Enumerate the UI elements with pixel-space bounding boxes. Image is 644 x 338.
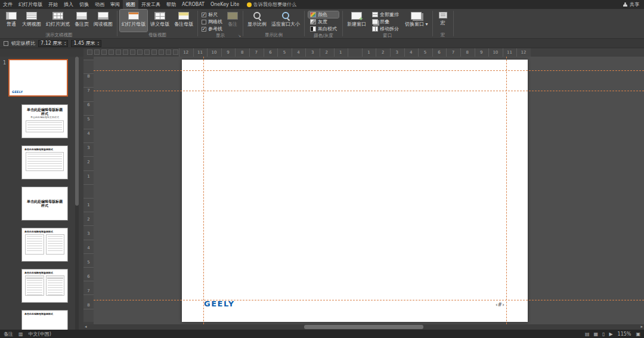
ruler-number: 7 xyxy=(83,83,94,98)
tab-developer[interactable]: 开发工具 xyxy=(138,0,163,9)
scroll-left-arrow[interactable]: ◂ xyxy=(85,324,87,330)
slide-thumbnail-6[interactable]: 单击此处编辑母版标题样式 xyxy=(21,269,68,303)
tab-acrobat[interactable]: ACROBAT xyxy=(179,0,208,9)
tab-view[interactable]: 视图 xyxy=(123,0,138,9)
gridlines-label: 网格线 xyxy=(208,18,222,25)
tell-me-box[interactable]: 告诉我你想要做什么 xyxy=(247,0,296,9)
quick-tool-9-icon[interactable] xyxy=(144,49,150,55)
placeholder-box xyxy=(25,234,44,255)
slide-sorter-button[interactable]: 幻灯片浏览 xyxy=(44,10,72,32)
arrange-all-label: 全部重排 xyxy=(380,11,399,18)
notes-toggle[interactable]: 备注 xyxy=(4,331,13,337)
quick-tool-2-icon[interactable] xyxy=(94,49,100,55)
quick-tool-4-icon[interactable] xyxy=(109,49,114,55)
tab-transitions[interactable]: 切换 xyxy=(76,0,92,9)
quick-tool-8-icon[interactable] xyxy=(137,49,143,55)
cascade-option[interactable]: 层叠 xyxy=(370,18,401,25)
quick-tool-12-icon[interactable] xyxy=(166,49,171,55)
slideshow-view-button[interactable]: ▶ xyxy=(609,331,612,337)
reading-view-button[interactable]: 阅读视图 xyxy=(92,10,114,32)
quick-tool-13-icon[interactable] xyxy=(173,49,178,55)
language-indicator[interactable]: 中文(中国) xyxy=(29,331,51,337)
normal-view-button[interactable]: 普通 xyxy=(4,10,19,32)
grayscale-icon xyxy=(310,19,316,24)
outline-view-button[interactable]: 大纲视图 xyxy=(20,10,43,32)
switch-windows-button[interactable]: 切换窗口 ▾ xyxy=(403,10,430,32)
slide-thumbnail-2[interactable]: 单击此处编辑母版标题样式单击此处编辑母版文本样式 xyxy=(21,104,68,138)
move-split-option[interactable]: 移动拆分 xyxy=(370,26,401,32)
horizontal-scrollbar[interactable]: ◂ ▸ xyxy=(83,324,644,330)
group-divider xyxy=(432,11,433,36)
slide-master-surface[interactable]: GEELY ‹#› xyxy=(182,60,528,322)
scrollbar-thumb[interactable] xyxy=(304,325,423,329)
accessibility-check-icon[interactable]: ▥ xyxy=(18,331,23,337)
tab-review[interactable]: 审阅 xyxy=(107,0,123,9)
normal-view-button[interactable]: ▤ xyxy=(585,331,590,337)
tell-me-label: 告诉我你想要做什么 xyxy=(253,1,296,8)
grayscale-option[interactable]: 灰度 xyxy=(308,18,339,25)
tab-home[interactable]: 开始 xyxy=(45,0,61,9)
black-and-white-option[interactable]: 黑白模式 xyxy=(308,26,339,32)
ruler-number: 6 xyxy=(83,98,94,112)
ruler-number: 3 xyxy=(390,48,404,57)
zoom-level[interactable]: 115% xyxy=(618,331,631,337)
lightbulb-icon xyxy=(247,2,252,7)
tab-animations[interactable]: 动画 xyxy=(92,0,107,9)
notes-button[interactable]: 备注 xyxy=(225,10,240,32)
shape-width-field[interactable]: 1.45 厘米 ▴▾ xyxy=(71,40,101,47)
ruler-number: 5 xyxy=(418,48,432,57)
quick-tool-5-icon[interactable] xyxy=(116,49,121,55)
tab-onekey-lite[interactable]: OneKey Lite xyxy=(208,0,242,9)
slide-sorter-view-button[interactable]: ▦ xyxy=(593,331,598,337)
tab-help[interactable]: 帮助 xyxy=(163,0,179,9)
notes-master-button[interactable]: 备注母版 xyxy=(172,10,195,32)
quick-tool-1-icon[interactable] xyxy=(87,49,92,55)
page-number-placeholder[interactable]: ‹#› xyxy=(496,302,504,308)
ruler-number: 11 xyxy=(503,48,517,57)
fit-slide-to-window-button[interactable]: ▣ xyxy=(636,331,640,337)
quick-tool-7-icon[interactable] xyxy=(130,49,135,55)
quick-tool-10-icon[interactable] xyxy=(151,49,157,55)
quick-tool-11-icon[interactable] xyxy=(159,49,164,55)
slide-thumbnail-3[interactable]: 单击此处编辑母版标题样式 xyxy=(21,145,68,179)
scroll-right-arrow[interactable]: ▸ xyxy=(640,324,643,330)
width-spinner[interactable]: ▴▾ xyxy=(98,41,99,45)
height-spinner[interactable]: ▴▾ xyxy=(64,41,66,45)
slide-master-button[interactable]: 幻灯片母版 xyxy=(120,10,147,32)
scrollbar-thumb[interactable] xyxy=(75,57,79,206)
tab-slide-master[interactable]: 幻灯片母版 xyxy=(16,0,45,9)
macros-button[interactable]: 宏 xyxy=(435,10,451,32)
ruler-number: 1 xyxy=(83,198,94,212)
guides-checkbox[interactable]: ✓参考线 xyxy=(202,26,222,32)
slide-thumbnail-4[interactable]: 单击此处编辑母版标题样式 xyxy=(21,187,68,221)
share-button[interactable]: 共享 xyxy=(623,0,639,9)
ribbon-groups: 普通大纲视图幻灯片浏览备注页阅读视图演示文稿视图幻灯片母版讲义母版备注母版母版视… xyxy=(0,9,644,38)
quick-tool-3-icon[interactable] xyxy=(101,49,107,55)
slide-thumbnail-5[interactable]: 单击此处编辑母版标题样式 xyxy=(21,228,68,262)
gridlines-checkbox[interactable]: 网格线 xyxy=(202,18,222,25)
notes-page-button[interactable]: 备注页 xyxy=(73,10,91,32)
slide-thumbnail-1[interactable]: 1GEELY xyxy=(8,59,68,97)
reading-view-button[interactable]: ▯ xyxy=(602,331,605,337)
geely-logo[interactable]: GEELY xyxy=(204,299,235,308)
switch-windows-label: 切换窗口 ▾ xyxy=(405,21,428,27)
thumbnail-scrollbar[interactable] xyxy=(75,57,79,330)
thumbnail-title: 单击此处编辑母版标题样式 xyxy=(22,105,67,116)
vertical-ruler[interactable]: 8765432112345678 xyxy=(83,57,94,324)
dialog-launcher-icon[interactable]: ↘ xyxy=(238,33,241,38)
zoom-button[interactable]: 显示比例 xyxy=(246,10,268,32)
quick-tool-6-icon[interactable] xyxy=(123,49,128,55)
color-option[interactable]: 颜色 xyxy=(308,11,339,18)
slide-thumbnail-7[interactable]: 单击此处编辑母版标题样式 xyxy=(21,310,68,330)
handout-master-button[interactable]: 讲义母版 xyxy=(148,10,171,32)
ruler-checkbox[interactable]: ✓标尺 xyxy=(202,11,222,18)
tab-insert[interactable]: 插入 xyxy=(61,0,76,9)
arrange-all-option[interactable]: 全部重排 xyxy=(370,11,401,18)
lock-aspect-ratio-checkbox[interactable] xyxy=(4,41,8,46)
shape-height-field[interactable]: 7.12 厘米 ▴▾ xyxy=(38,40,68,47)
tab-file[interactable]: 文件 xyxy=(0,0,16,9)
ribbon-tab-bar: 文件幻灯片母版开始插入切换动画审阅视图开发工具帮助ACROBATOneKey L… xyxy=(0,0,644,9)
horizontal-ruler[interactable]: 121110987654321123456789101112 xyxy=(179,48,531,57)
new-window-button[interactable]: 新建窗口 xyxy=(345,10,368,32)
fit-to-window-button[interactable]: 适应窗口大小 xyxy=(270,10,302,32)
